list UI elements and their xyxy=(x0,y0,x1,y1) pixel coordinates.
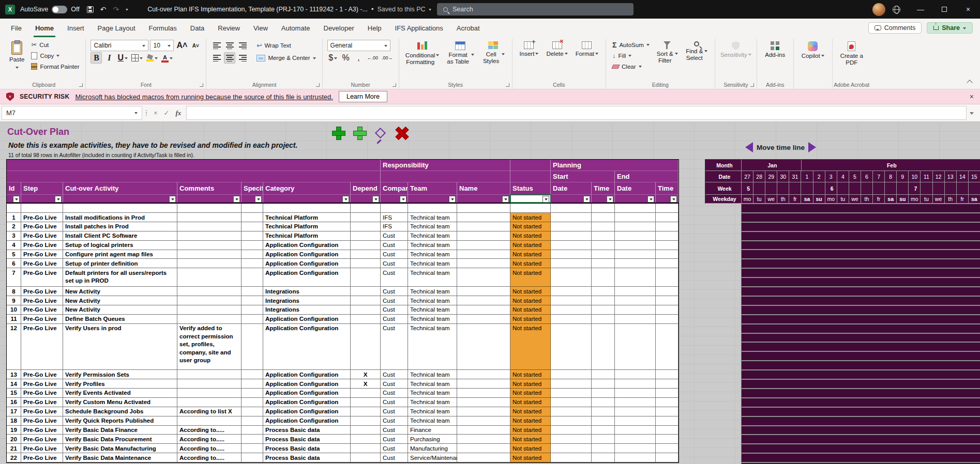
cell-step[interactable]: Pre-Go Live xyxy=(21,268,63,287)
cell-st[interactable] xyxy=(592,287,615,296)
cell-ed[interactable] xyxy=(615,315,656,324)
align-middle-button[interactable] xyxy=(224,40,235,51)
font-family-select[interactable]: Calibri xyxy=(91,40,148,51)
cell-st[interactable] xyxy=(592,398,615,407)
move-timeline-left-icon[interactable] xyxy=(745,142,753,152)
cell-status[interactable]: Not started xyxy=(510,435,551,444)
cell-step[interactable]: Pre-Go Live xyxy=(21,444,63,453)
cell-category[interactable]: Application Configuration xyxy=(263,241,351,250)
cell-name[interactable] xyxy=(457,426,510,435)
cell-sd[interactable] xyxy=(551,268,592,287)
cell-id[interactable]: 8 xyxy=(7,287,21,296)
align-right-button[interactable] xyxy=(237,52,248,64)
cell-et[interactable] xyxy=(656,435,679,444)
cell-comments[interactable] xyxy=(177,268,242,287)
cell-depend[interactable] xyxy=(351,435,381,444)
ribbon-tab-insert[interactable]: Insert xyxy=(61,19,91,37)
cell-team[interactable]: Technical team xyxy=(408,324,457,370)
cell-category[interactable]: Integrations xyxy=(263,296,351,305)
cell-name[interactable] xyxy=(457,407,510,416)
cell-ed[interactable] xyxy=(615,324,656,370)
cell-team[interactable]: Technical team xyxy=(408,315,457,324)
cell-name[interactable] xyxy=(457,259,510,268)
cell-depend[interactable] xyxy=(351,398,381,407)
filter-dropdown-icon[interactable] xyxy=(342,196,349,203)
cell-ed[interactable] xyxy=(615,222,656,231)
filter-cell-cut-over-activity[interactable] xyxy=(63,195,177,203)
cell-id[interactable]: 11 xyxy=(7,315,21,324)
cell-activity[interactable]: Setup of printer definition xyxy=(63,259,177,268)
merge-center-button[interactable]: Merge & Center xyxy=(255,53,317,64)
cell-step[interactable]: Pre-Go Live xyxy=(21,407,63,416)
cell-company[interactable]: Cust xyxy=(381,407,408,416)
autosum-button[interactable]: AutoSum xyxy=(611,39,651,50)
cell-comments[interactable] xyxy=(177,389,242,398)
cell-status[interactable]: Not started xyxy=(510,241,551,250)
header-blank[interactable] xyxy=(510,171,551,182)
cell-specif[interactable] xyxy=(242,213,263,222)
cell-name[interactable] xyxy=(457,231,510,241)
cell-specif[interactable] xyxy=(242,259,263,268)
cell-name[interactable] xyxy=(457,389,510,398)
copy-button[interactable]: Copy xyxy=(29,50,81,61)
cell-status[interactable]: Not started xyxy=(510,250,551,259)
filter-cell-category[interactable] xyxy=(263,195,351,203)
cell-activity[interactable]: Verify Profiles xyxy=(63,379,177,389)
column-header-time[interactable]: Time xyxy=(592,182,615,195)
filter-dropdown-icon[interactable] xyxy=(400,196,406,203)
cell-sd[interactable] xyxy=(551,296,592,305)
blank-cell[interactable] xyxy=(457,204,510,213)
cell-activity[interactable]: New Activity xyxy=(63,287,177,296)
cell-company[interactable]: Cust xyxy=(381,296,408,305)
cell-category[interactable]: Application Configuration xyxy=(263,407,351,416)
blank-cell[interactable] xyxy=(551,204,592,213)
ribbon-tab-help[interactable]: Help xyxy=(361,19,388,37)
cell-status[interactable]: Not started xyxy=(510,398,551,407)
cell-company[interactable]: Cust xyxy=(381,379,408,389)
cell-step[interactable]: Pre-Go Live xyxy=(21,315,63,324)
cell-ed[interactable] xyxy=(615,453,656,462)
cell-comments[interactable]: According to..... xyxy=(177,444,242,453)
blank-cell[interactable] xyxy=(7,204,21,213)
cell-depend[interactable] xyxy=(351,315,381,324)
cell-step[interactable]: Pre-Go Live xyxy=(21,370,63,379)
cell-st[interactable] xyxy=(592,453,615,462)
cell-specif[interactable] xyxy=(242,241,263,250)
cell-name[interactable] xyxy=(457,416,510,426)
cell-id[interactable]: 16 xyxy=(7,398,21,407)
blank-cell[interactable] xyxy=(510,204,551,213)
cell-team[interactable]: Technical team xyxy=(408,398,457,407)
blank-cell[interactable] xyxy=(177,204,242,213)
spreadsheet-canvas[interactable]: Cut-Over Plan Note this is example activ… xyxy=(0,122,980,464)
cell-st[interactable] xyxy=(592,416,615,426)
cell-activity[interactable]: Verify Basic Data Finance xyxy=(63,426,177,435)
cell-id[interactable]: 4 xyxy=(7,241,21,250)
filter-dropdown-icon[interactable] xyxy=(169,196,176,203)
cell-sd[interactable] xyxy=(551,259,592,268)
filter-cell-comments[interactable] xyxy=(177,195,242,203)
filter-cell-depend[interactable] xyxy=(351,195,381,203)
column-header-cut-over-activity[interactable]: Cut-over Activity xyxy=(63,182,177,195)
dialog-launcher-icon[interactable] xyxy=(316,83,320,87)
cell-specif[interactable] xyxy=(242,453,263,462)
cell-status[interactable]: Not started xyxy=(510,222,551,231)
cell-et[interactable] xyxy=(656,268,679,287)
cell-step[interactable]: Pre-Go Live xyxy=(21,241,63,250)
cell-status[interactable]: Not started xyxy=(510,296,551,305)
conditional-formatting-button[interactable]: Conditional Formatting xyxy=(404,39,441,66)
dialog-launcher-icon[interactable] xyxy=(506,83,509,87)
cell-specif[interactable] xyxy=(242,324,263,370)
cell-id[interactable]: 10 xyxy=(7,305,21,315)
ribbon-tab-data[interactable]: Data xyxy=(184,19,211,37)
cell-et[interactable] xyxy=(656,453,679,462)
cell-st[interactable] xyxy=(592,213,615,222)
add-row-button[interactable] xyxy=(332,127,344,139)
underline-button[interactable]: U xyxy=(116,52,129,64)
blank-cell[interactable] xyxy=(21,204,63,213)
cell-depend[interactable] xyxy=(351,231,381,241)
cell-depend[interactable] xyxy=(351,259,381,268)
globe-icon[interactable] xyxy=(893,6,900,13)
cell-team[interactable]: Technical team xyxy=(408,250,457,259)
filter-dropdown-icon[interactable] xyxy=(647,196,654,203)
filter-dropdown-icon[interactable] xyxy=(255,196,262,203)
